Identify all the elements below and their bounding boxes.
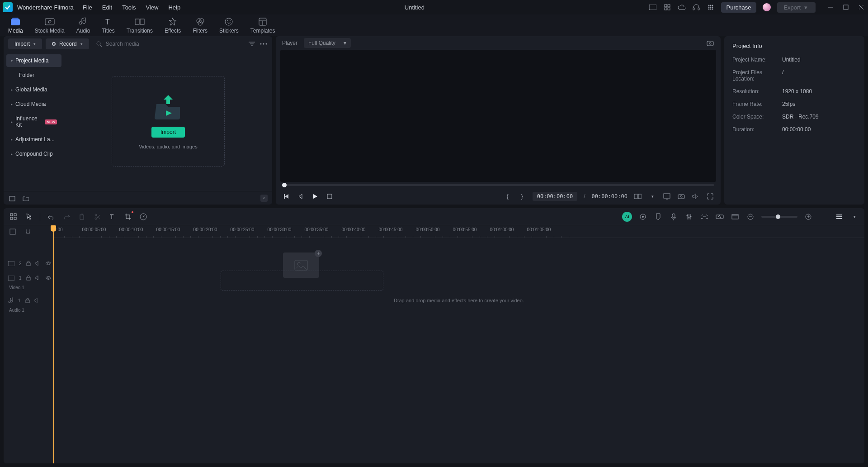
play-icon[interactable]	[311, 192, 319, 200]
mic-icon[interactable]	[669, 212, 678, 221]
tab-effects[interactable]: Effects	[165, 17, 181, 36]
sidebar-item-project-media[interactable]: ▾Project Media	[6, 54, 61, 67]
prev-frame-icon[interactable]	[282, 192, 290, 200]
apps-icon[interactable]	[707, 3, 715, 11]
lock-icon[interactable]	[26, 261, 31, 266]
delete-icon[interactable]	[77, 212, 86, 221]
play-backward-icon[interactable]	[297, 192, 305, 200]
pointer-tool-icon[interactable]	[24, 212, 33, 221]
player-viewport[interactable]	[280, 50, 716, 182]
quality-dropdown[interactable]: Full Quality▾	[304, 38, 351, 48]
record-screen-icon[interactable]	[649, 3, 657, 11]
track-head-video1[interactable]: 1	[4, 271, 53, 285]
sidebar-item-influence-kit[interactable]: ▸Influence KitNEW	[6, 112, 61, 131]
marker-icon[interactable]	[654, 212, 663, 221]
timeline-ruler[interactable]: 00:0000:00:05:0000:00:10:0000:00:15:0000…	[53, 225, 864, 238]
lock-icon[interactable]	[26, 275, 31, 281]
menu-tools[interactable]: Tools	[122, 4, 136, 11]
collapse-sidebar-icon[interactable]: ‹	[260, 195, 268, 202]
seek-slider[interactable]	[282, 184, 714, 186]
display-icon[interactable]	[663, 192, 671, 200]
tab-audio[interactable]: Audio	[76, 17, 90, 36]
zoom-slider[interactable]	[761, 216, 797, 218]
close-icon[interactable]	[857, 3, 865, 11]
split-icon[interactable]	[93, 212, 102, 221]
minimize-icon[interactable]	[826, 3, 835, 11]
render-icon[interactable]	[731, 212, 740, 221]
eye-icon[interactable]	[45, 261, 52, 266]
fullscreen-icon[interactable]	[706, 192, 714, 200]
snapshot-icon[interactable]	[706, 39, 714, 47]
timecode-current[interactable]: 00:00:00:00	[533, 192, 577, 201]
undo-icon[interactable]	[47, 212, 56, 221]
user-avatar[interactable]	[763, 3, 771, 11]
track-view-icon[interactable]	[835, 212, 844, 221]
mixer-icon[interactable]	[684, 212, 693, 221]
camera-icon[interactable]	[677, 192, 685, 200]
import-dropdown[interactable]: Import▾	[8, 38, 42, 49]
mark-in-icon[interactable]: {	[504, 192, 512, 200]
compare-icon[interactable]	[634, 192, 642, 200]
redo-icon[interactable]	[62, 212, 71, 221]
new-bin-icon[interactable]	[8, 194, 16, 202]
tab-templates[interactable]: Templates	[250, 17, 275, 36]
search-input[interactable]: Search media	[93, 41, 244, 47]
menu-file[interactable]: File	[83, 4, 92, 11]
text-icon[interactable]: T	[108, 212, 117, 221]
cloud-icon[interactable]	[678, 3, 686, 11]
keyframe-icon[interactable]	[715, 212, 724, 221]
tab-stock-media[interactable]: Stock Media	[35, 17, 65, 36]
record-dropdown[interactable]: Record▾	[46, 38, 89, 49]
sidebar-item-adjustment-layer[interactable]: ▸Adjustment La...	[6, 133, 61, 146]
tab-media[interactable]: Media	[8, 17, 23, 36]
timeline-tracks[interactable]: 00:0000:00:05:0000:00:10:0000:00:15:0000…	[53, 225, 864, 463]
lock-icon[interactable]	[25, 298, 30, 303]
track-view-chevron-icon[interactable]: ▾	[850, 212, 859, 221]
more-icon[interactable]	[259, 40, 268, 48]
mute-icon[interactable]	[35, 261, 41, 266]
color-icon[interactable]	[638, 212, 647, 221]
headphones-icon[interactable]	[692, 3, 700, 11]
sidebar-item-compound-clip[interactable]: ▸Compound Clip	[6, 148, 61, 160]
maximize-icon[interactable]	[842, 3, 850, 11]
menu-edit[interactable]: Edit	[102, 4, 112, 11]
selection-tool-icon[interactable]	[9, 212, 18, 221]
templates-icon	[257, 17, 269, 27]
zoom-in-icon[interactable]	[804, 212, 813, 221]
export-button[interactable]: Export▾	[777, 2, 816, 13]
new-folder-icon[interactable]	[22, 194, 30, 202]
menu-help[interactable]: Help	[168, 4, 180, 11]
sidebar-item-cloud-media[interactable]: ▸Cloud Media	[6, 98, 61, 110]
media-dropzone[interactable]: Import Videos, audio, and images	[112, 76, 225, 167]
mark-out-icon[interactable]: }	[518, 192, 526, 200]
tab-transitions[interactable]: Transitions	[127, 17, 153, 36]
tab-filters[interactable]: Filters	[193, 17, 208, 36]
track-head-audio1[interactable]: 1	[4, 293, 53, 308]
import-button[interactable]: Import	[151, 127, 185, 138]
link-icon[interactable]	[700, 212, 709, 221]
tab-titles[interactable]: TTitles	[102, 17, 114, 36]
playhead[interactable]	[53, 225, 54, 463]
compare-chevron-icon[interactable]: ▾	[648, 192, 656, 200]
mute-icon[interactable]	[35, 276, 41, 280]
stop-icon[interactable]	[326, 192, 334, 200]
zoom-out-icon[interactable]	[746, 212, 755, 221]
magnet-icon[interactable]	[24, 227, 33, 236]
filter-icon[interactable]	[248, 40, 256, 48]
menu-view[interactable]: View	[146, 4, 158, 11]
track-head-video2[interactable]: 2	[4, 256, 53, 271]
track-add-icon[interactable]	[8, 227, 17, 236]
mute-icon[interactable]	[34, 298, 40, 303]
player-panel: Player Full Quality▾ { } 00:00:00:00 / 0…	[276, 36, 721, 205]
timeline-dropzone[interactable]	[221, 271, 383, 291]
volume-icon[interactable]	[692, 192, 700, 200]
eye-icon[interactable]	[45, 276, 52, 280]
purchase-button[interactable]: Purchase	[721, 2, 757, 13]
crop-icon[interactable]	[123, 212, 132, 221]
sidebar-item-folder[interactable]: Folder	[6, 69, 61, 81]
grid-icon[interactable]	[663, 3, 671, 11]
ai-badge[interactable]: AI	[622, 212, 632, 222]
sidebar-item-global-media[interactable]: ▸Global Media	[6, 83, 61, 96]
tab-stickers[interactable]: Stickers	[219, 17, 239, 36]
speed-icon[interactable]	[139, 212, 148, 221]
